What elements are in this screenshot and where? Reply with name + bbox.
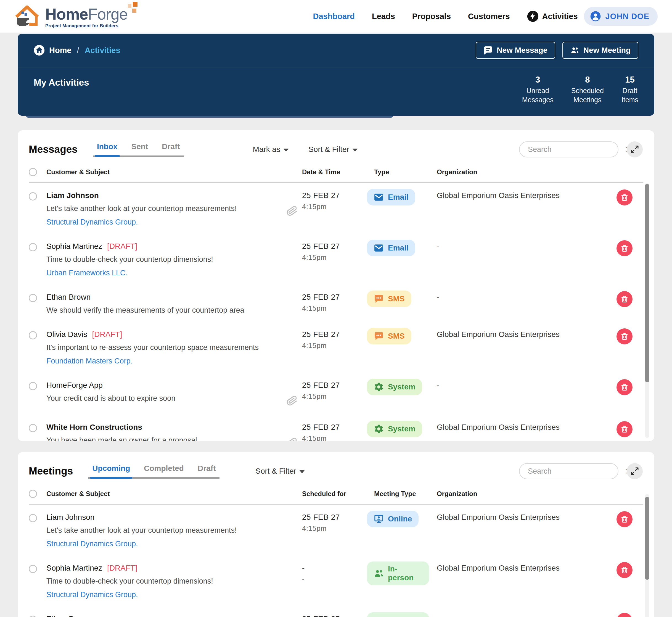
email-icon xyxy=(374,243,384,253)
system-icon xyxy=(374,382,384,392)
delete-button[interactable] xyxy=(617,613,633,617)
row-customer-name: Sophia Martinez [DRAFT] xyxy=(46,242,286,251)
meetings-tabs: UpcomingCompletedDraft xyxy=(88,464,219,479)
breadcrumb-home[interactable]: Home xyxy=(49,46,71,55)
tab-draft[interactable]: Draft xyxy=(162,142,180,156)
row-organization: - xyxy=(429,242,606,277)
stat-label: Unread Messages xyxy=(522,86,553,104)
breadcrumb-activities[interactable]: Activities xyxy=(85,46,121,55)
type-badge-email: Email xyxy=(367,189,415,205)
row-customer-name: Sophia Martinez [DRAFT] xyxy=(46,564,286,573)
top-bar: HomeForge Project Management for Builder… xyxy=(0,0,672,33)
breadcrumb-row: Home / Activities New Message New Meetin… xyxy=(18,34,654,67)
homeforge-logo: HomeForge Project Management for Builder… xyxy=(13,4,128,29)
row-date: 25 FEB 27 xyxy=(302,330,359,339)
stat-value: 8 xyxy=(571,75,604,84)
column-header: Meeting Type xyxy=(359,490,429,498)
meetings-title: Meetings xyxy=(29,465,73,477)
row-subject: You have been made an owner for a propos… xyxy=(46,436,286,441)
row-subject: We should verify the measurements of you… xyxy=(46,306,286,315)
messages-scrollbar[interactable] xyxy=(645,183,649,438)
row-checkbox[interactable] xyxy=(29,565,37,573)
type-badge-in-person: In-person xyxy=(367,562,429,585)
messages-expand-button[interactable] xyxy=(627,142,643,158)
row-organization-link[interactable]: Urban Frameworks LLC. xyxy=(46,269,128,277)
delete-button[interactable] xyxy=(617,329,633,345)
scrollbar-thumb[interactable] xyxy=(645,184,649,382)
row-checkbox[interactable] xyxy=(29,514,37,522)
type-badge-email: Email xyxy=(367,240,415,256)
messages-search-input[interactable] xyxy=(528,145,626,154)
row-checkbox[interactable] xyxy=(29,243,37,251)
stat-scheduled-meetings: 8Scheduled Meetings xyxy=(571,75,604,104)
user-name: JOHN DOE xyxy=(606,12,649,21)
meetings-sort-filter-dropdown[interactable]: Sort & Filter xyxy=(255,467,304,475)
type-badge-in-person: In-person xyxy=(367,612,429,617)
messages-sort-filter-dropdown[interactable]: Sort & Filter xyxy=(308,145,358,154)
online-icon xyxy=(374,514,384,524)
row-organization-link[interactable]: Foundation Masters Corp. xyxy=(46,357,133,365)
messages-tabs: InboxSentDraft xyxy=(93,142,184,157)
stat-label: Draft Items xyxy=(622,86,638,104)
page-title: My Activities xyxy=(34,77,89,88)
meetings-scrollbar[interactable] xyxy=(645,494,649,617)
type-badge-system: System xyxy=(367,421,422,437)
nav-item-dashboard[interactable]: Dashboard xyxy=(313,12,355,21)
row-organization-link[interactable]: Structural Dynamics Group. xyxy=(46,540,138,548)
row-checkbox[interactable] xyxy=(29,382,37,390)
row-date: 25 FEB 27 xyxy=(302,423,359,432)
row-checkbox[interactable] xyxy=(29,192,37,201)
select-all-checkbox[interactable] xyxy=(29,168,37,176)
breadcrumb: Home / Activities xyxy=(34,45,121,56)
row-date: 25 FEB 27 xyxy=(302,513,359,522)
stat-draft-items: 15Draft Items xyxy=(622,75,638,104)
row-checkbox[interactable] xyxy=(29,424,37,432)
house-anvil-icon xyxy=(13,4,41,29)
row-checkbox[interactable] xyxy=(29,616,37,617)
nav-item-proposals[interactable]: Proposals xyxy=(412,12,451,21)
type-badge-sms: SMS xyxy=(367,328,411,345)
new-message-button[interactable]: New Message xyxy=(476,42,555,59)
tab-sent[interactable]: Sent xyxy=(132,142,148,156)
delete-button[interactable] xyxy=(617,240,633,256)
row-time: 4:15pm xyxy=(302,525,359,533)
tab-draft[interactable]: Draft xyxy=(198,464,216,477)
nav-item-customers[interactable]: Customers xyxy=(468,12,510,21)
delete-button[interactable] xyxy=(617,379,633,395)
row-subject: Let's take another look at your countert… xyxy=(46,526,286,535)
new-meeting-button[interactable]: New Meeting xyxy=(563,42,638,59)
meetings-expand-button[interactable] xyxy=(627,463,643,479)
column-header: Organization xyxy=(429,168,606,176)
row-customer-name: Ethan Brown xyxy=(46,615,286,617)
row-organization-link[interactable]: Structural Dynamics Group. xyxy=(46,218,138,226)
tab-inbox[interactable]: Inbox xyxy=(97,142,118,156)
email-icon xyxy=(374,192,384,202)
delete-button[interactable] xyxy=(617,511,633,527)
tab-completed[interactable]: Completed xyxy=(144,464,184,477)
user-menu-button[interactable]: JOHN DOE xyxy=(584,7,658,26)
row-checkbox[interactable] xyxy=(29,294,37,302)
scrollbar-thumb[interactable] xyxy=(645,497,649,580)
row-customer-name: Liam Johnson xyxy=(46,513,286,522)
row-organization-link[interactable]: Structural Dynamics Group. xyxy=(46,591,138,599)
draft-tag: [DRAFT] xyxy=(92,330,122,339)
chevron-down-icon xyxy=(353,149,358,152)
meetings-search-input[interactable] xyxy=(528,467,626,475)
delete-button[interactable] xyxy=(617,189,633,205)
delete-button[interactable] xyxy=(617,562,633,578)
paperclip-icon xyxy=(286,437,298,441)
nav-item-activities[interactable]: Activities xyxy=(527,10,578,22)
nav-item-leads[interactable]: Leads xyxy=(372,12,395,21)
row-checkbox[interactable] xyxy=(29,331,37,340)
row-date: 25 FEB 27 xyxy=(302,381,359,390)
delete-button[interactable] xyxy=(617,421,633,437)
expand-icon xyxy=(630,467,639,475)
paperclip-icon xyxy=(286,395,298,406)
row-date: 25 FEB 27 xyxy=(302,242,359,251)
row-customer-name: Liam Johnson xyxy=(46,191,286,200)
table-row: Sophia Martinez [DRAFT]Time to double-ch… xyxy=(29,234,643,284)
mark-as-dropdown[interactable]: Mark as xyxy=(253,145,289,154)
delete-button[interactable] xyxy=(617,291,633,307)
select-all-checkbox[interactable] xyxy=(29,490,37,498)
tab-upcoming[interactable]: Upcoming xyxy=(92,464,130,477)
